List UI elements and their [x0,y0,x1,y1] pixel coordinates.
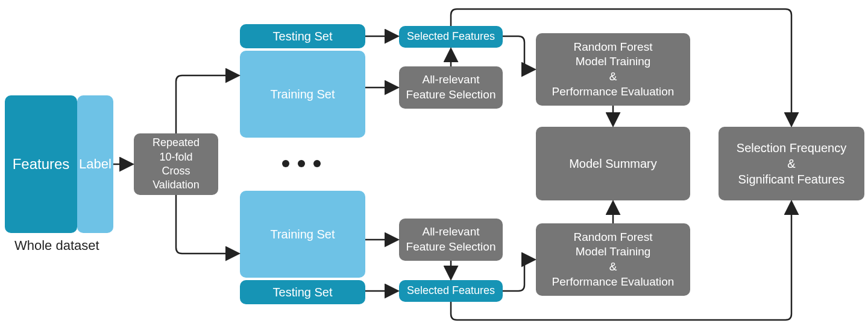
arrow-cv-to-top [176,75,237,133]
training-set-top: Training Set [240,51,365,138]
label-box: Label [77,95,113,233]
arrow-selected-bot-to-rf [503,260,533,291]
cross-validation-box: Repeated 10-fold Cross Validation [134,133,218,195]
selected-features-bottom: Selected Features [399,280,503,302]
ellipsis-icon [282,160,321,167]
model-summary-box: Model Summary [536,127,690,200]
arrow-selected-top-to-rf [503,36,533,69]
selection-frequency-box: Selection Frequency & Significant Featur… [719,127,864,200]
feature-selection-bottom: All-relevant Feature Selection [399,219,503,261]
rf-eval-top: Random Forest Model Training & Performan… [536,33,690,106]
whole-dataset-caption: Whole dataset [14,238,99,254]
testing-set-top: Testing Set [240,24,365,48]
selected-features-top: Selected Features [399,26,503,48]
arrow-cv-to-bottom [176,195,237,254]
testing-set-bottom: Testing Set [240,280,365,304]
feature-selection-top: All-relevant Feature Selection [399,66,503,109]
rf-eval-bottom: Random Forest Model Training & Performan… [536,223,690,296]
features-box: Features [5,95,77,233]
training-set-bottom: Training Set [240,191,365,278]
